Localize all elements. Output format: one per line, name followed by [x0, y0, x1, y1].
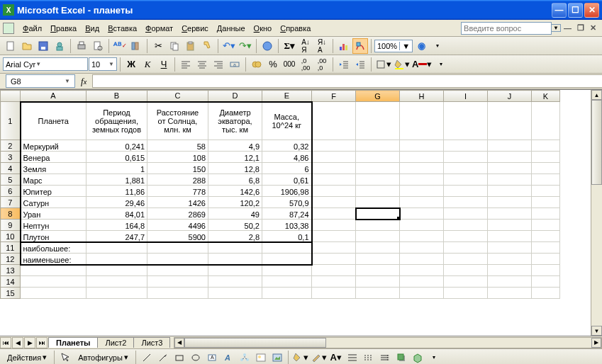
cell-C15[interactable]	[147, 288, 208, 299]
cell-A15[interactable]	[21, 288, 87, 299]
cell-C3[interactable]: 108	[147, 152, 208, 163]
cell-B8[interactable]: 84,01	[87, 208, 147, 220]
cell-G15[interactable]	[356, 288, 400, 299]
cell-G12[interactable]	[356, 254, 400, 265]
percent-button[interactable]: %	[265, 57, 281, 72]
font-name-combo[interactable]: Arial Cyr▼	[3, 57, 88, 71]
cell-E8[interactable]: 87,24	[262, 208, 312, 220]
permission-button[interactable]	[52, 38, 67, 54]
menu-вид[interactable]: Вид	[81, 23, 104, 34]
chart-wizard-button[interactable]	[336, 38, 352, 54]
cell-B12[interactable]	[87, 254, 147, 265]
cell-B14[interactable]	[87, 276, 147, 288]
cell-H13[interactable]	[400, 265, 444, 276]
menu-окно[interactable]: Окно	[250, 23, 277, 34]
cell-I9[interactable]	[444, 220, 488, 231]
wordart-button[interactable]: A	[221, 350, 236, 365]
cell-A9[interactable]: Нептун	[21, 220, 87, 231]
arrow-button[interactable]	[155, 350, 171, 365]
cell-K13[interactable]	[532, 265, 560, 276]
cell-K6[interactable]	[532, 186, 560, 197]
cell-A11[interactable]: наибольшее:	[21, 242, 87, 254]
cell-B4[interactable]: 1	[87, 163, 147, 174]
cell-B13[interactable]	[87, 265, 147, 276]
zoom-combo[interactable]: 100%▼	[374, 40, 413, 52]
cell-E11[interactable]	[262, 242, 312, 254]
cell-A14[interactable]	[21, 276, 87, 288]
cell-D2[interactable]: 4,9	[208, 140, 262, 152]
cell-C6[interactable]: 778	[147, 186, 208, 197]
cell-H11[interactable]	[400, 242, 444, 254]
cell-F8[interactable]	[312, 208, 356, 220]
col-header-B[interactable]: B	[87, 91, 147, 102]
cell-I5[interactable]	[444, 174, 488, 186]
cell-G7[interactable]	[356, 197, 400, 208]
cell-J7[interactable]	[488, 197, 532, 208]
cell-B5[interactable]: 1,881	[87, 174, 147, 186]
cell-J2[interactable]	[488, 140, 532, 152]
cell-H7[interactable]	[400, 197, 444, 208]
cell-D9[interactable]: 50,2	[208, 220, 262, 231]
font-color-draw-button[interactable]: А▾	[328, 350, 344, 365]
sheet-tab-0[interactable]: Планеты	[48, 337, 98, 348]
copy-button[interactable]	[167, 38, 182, 54]
row-header-8[interactable]: 8	[1, 208, 21, 220]
col-header-H[interactable]: H	[400, 91, 444, 102]
cell-I10[interactable]	[444, 231, 488, 242]
cell-F9[interactable]	[312, 220, 356, 231]
currency-button[interactable]	[249, 57, 264, 72]
sheet-tab-1[interactable]: Лист2	[97, 337, 134, 348]
select-all-button[interactable]	[1, 91, 21, 102]
print-preview-button[interactable]	[90, 38, 106, 54]
cell-A7[interactable]: Сатурн	[21, 197, 87, 208]
help-search-input[interactable]	[461, 22, 552, 35]
increase-indent-button[interactable]	[352, 57, 368, 72]
menu-формат[interactable]: Формат	[141, 23, 177, 34]
cell-H2[interactable]	[400, 140, 444, 152]
menu-сервис[interactable]: Сервис	[177, 23, 213, 34]
cell-G5[interactable]	[356, 174, 400, 186]
research-button[interactable]	[128, 38, 144, 54]
align-left-button[interactable]	[178, 57, 194, 72]
cell-H9[interactable]	[400, 220, 444, 231]
cell-J12[interactable]	[488, 254, 532, 265]
col-header-E[interactable]: E	[262, 91, 312, 102]
cell-A5[interactable]: Марс	[21, 174, 87, 186]
cell-D15[interactable]	[208, 288, 262, 299]
menu-данные[interactable]: Данные	[213, 23, 250, 34]
insert-picture-button[interactable]	[269, 350, 285, 365]
fx-icon[interactable]: fx	[81, 76, 87, 87]
row-header-11[interactable]: 11	[1, 242, 21, 254]
menu-файл[interactable]: Файл	[18, 23, 46, 34]
cell-H3[interactable]	[400, 152, 444, 163]
font-color-button[interactable]: А▾	[411, 57, 433, 72]
formula-input[interactable]	[92, 74, 602, 88]
cell-E4[interactable]: 6	[262, 163, 312, 174]
cell-C7[interactable]: 1426	[147, 197, 208, 208]
cell-J11[interactable]	[488, 242, 532, 254]
row-header-5[interactable]: 5	[1, 174, 21, 186]
cell-E6[interactable]: 1906,98	[262, 186, 312, 197]
row-header-15[interactable]: 15	[1, 288, 21, 299]
cell-A6[interactable]: Юпитер	[21, 186, 87, 197]
tab-nav-first-button[interactable]: ⏮	[0, 337, 11, 348]
increase-decimal-button[interactable]: ,0,00	[298, 57, 313, 72]
align-right-button[interactable]	[211, 57, 226, 72]
cell-I13[interactable]	[444, 265, 488, 276]
cell-E5[interactable]: 0,61	[262, 174, 312, 186]
cell-D1[interactable]: Диаметр экватора, тыс. км	[208, 102, 262, 140]
hyperlink-button[interactable]	[260, 38, 275, 54]
row-header-2[interactable]: 2	[1, 140, 21, 152]
cell-I15[interactable]	[444, 288, 488, 299]
shadow-button[interactable]	[394, 350, 409, 365]
cell-D8[interactable]: 49	[208, 208, 262, 220]
cell-H10[interactable]	[400, 231, 444, 242]
cell-D4[interactable]: 12,8	[208, 163, 262, 174]
font-size-combo[interactable]: 10▼	[89, 57, 117, 71]
col-header-G[interactable]: G	[356, 91, 400, 102]
horizontal-scroll-thumb[interactable]	[184, 338, 326, 348]
cell-H8[interactable]	[400, 208, 444, 220]
cell-A2[interactable]: Меркурий	[21, 140, 87, 152]
cell-I7[interactable]	[444, 197, 488, 208]
cell-K11[interactable]	[532, 242, 560, 254]
